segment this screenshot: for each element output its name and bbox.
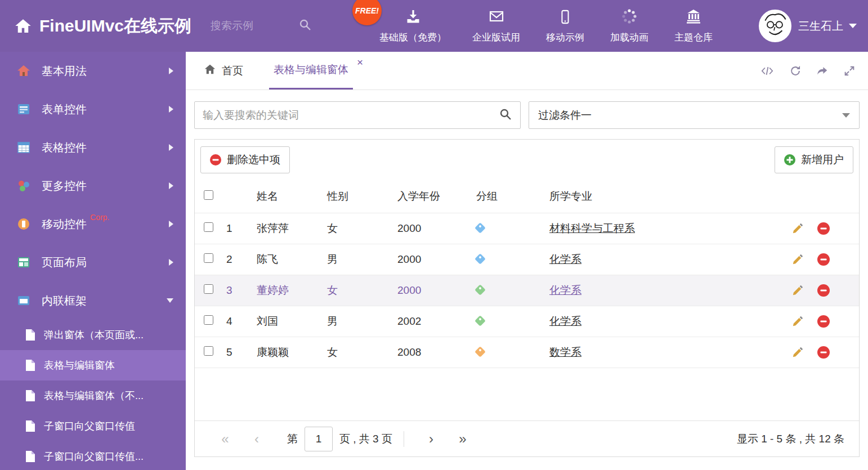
tab-home[interactable]: 首页: [204, 63, 243, 78]
table-row[interactable]: 1 张萍萍 女 2000 材料科学与工程系: [195, 213, 859, 244]
tag-icon[interactable]: [475, 346, 486, 357]
edit-icon[interactable]: [791, 284, 804, 297]
sidebar-item-more-controls[interactable]: 更多控件: [0, 167, 186, 205]
column-group: 分组: [476, 180, 549, 213]
row-checkbox[interactable]: [204, 315, 213, 325]
delete-icon[interactable]: [817, 222, 830, 235]
menu-enterprise-trial[interactable]: 企业版试用: [472, 8, 520, 44]
major-link[interactable]: 化学系: [549, 284, 581, 296]
page-input[interactable]: [305, 427, 333, 451]
edit-icon[interactable]: [791, 253, 804, 266]
home-icon: [204, 63, 216, 78]
chevron-right-icon: [169, 182, 173, 189]
select-all-checkbox[interactable]: [204, 190, 213, 200]
row-number: 2: [226, 244, 257, 275]
tab-label: 首页: [222, 64, 243, 78]
refresh-icon[interactable]: [789, 65, 802, 77]
row-checkbox[interactable]: [204, 284, 213, 294]
cell-year: 2000: [397, 213, 476, 244]
pagination-divider: [404, 431, 404, 447]
keyword-search-input[interactable]: [203, 109, 499, 122]
user-menu[interactable]: 三生石上: [759, 10, 857, 42]
tag-icon[interactable]: [475, 284, 486, 296]
expand-icon[interactable]: [843, 65, 856, 77]
search-icon[interactable]: [298, 18, 312, 34]
sidebar-item-form-controls[interactable]: 表单控件: [0, 90, 186, 128]
menu-loading-animation[interactable]: 加载动画: [610, 8, 648, 44]
search-icon[interactable]: [499, 108, 512, 123]
spinner-icon: [621, 8, 637, 27]
major-link[interactable]: 化学系: [549, 315, 581, 327]
cell-gender: 男: [327, 306, 397, 337]
filter-dropdown[interactable]: 过滤条件一: [529, 101, 860, 129]
file-icon: [26, 329, 35, 341]
table-row[interactable]: 3 董婷婷 女 2000 化学系: [195, 275, 859, 306]
menu-theme-repo[interactable]: 主题仓库: [674, 8, 713, 44]
row-checkbox[interactable]: [204, 346, 213, 356]
column-gender: 性别: [327, 180, 397, 213]
code-icon[interactable]: [760, 65, 775, 77]
tag-icon[interactable]: [475, 315, 486, 326]
major-link[interactable]: 数学系: [549, 346, 581, 358]
filter-row: 过滤条件一: [194, 101, 860, 129]
sidebar-item-basic-usage[interactable]: 基本用法: [0, 52, 186, 90]
add-user-button[interactable]: 新增用户: [775, 146, 853, 173]
tag-icon[interactable]: [475, 222, 486, 234]
sidebar-item-mobile-controls[interactable]: 移动控件 Corp.: [0, 205, 186, 243]
sidebar-item-iframe[interactable]: 内联框架: [0, 281, 186, 320]
sidebar-subitem-child-to-parent-2[interactable]: 子窗口向父窗口传值...: [0, 441, 186, 470]
prev-page-button[interactable]: ‹: [241, 431, 272, 447]
cell-year: 2000: [397, 244, 476, 275]
row-checkbox[interactable]: [204, 222, 213, 232]
file-icon: [26, 390, 35, 401]
home-icon[interactable]: [15, 17, 32, 34]
delete-icon[interactable]: [817, 346, 830, 359]
cell-year: 2000: [397, 275, 476, 306]
menu-mobile-examples[interactable]: 移动示例: [546, 10, 584, 44]
sidebar-subitem-grid-edit-window[interactable]: 表格与编辑窗体: [0, 350, 186, 381]
header-search-input[interactable]: [211, 20, 295, 32]
row-checkbox[interactable]: [204, 253, 213, 263]
first-page-button[interactable]: «: [209, 431, 241, 447]
column-row-number: [226, 180, 257, 213]
home-icon: [17, 64, 30, 78]
sidebar-item-label: 表单控件: [42, 102, 87, 117]
delete-selected-button[interactable]: 删除选中项: [200, 146, 290, 173]
sidebar-subitem-popup-window[interactable]: 弹出窗体（本页面或...: [0, 320, 186, 350]
chevron-right-icon: [169, 259, 173, 266]
delete-icon[interactable]: [817, 315, 830, 328]
share-icon[interactable]: [816, 65, 829, 77]
header-menu: FREE! 基础版（免费） 企业版试用 移动示例: [379, 8, 713, 44]
next-page-button[interactable]: ›: [415, 431, 447, 447]
delete-icon[interactable]: [817, 253, 830, 266]
tab-grid-edit-window[interactable]: 表格与编辑窗体 ×: [269, 52, 353, 89]
chevron-right-icon: [169, 106, 173, 113]
plus-circle-icon: [784, 154, 795, 165]
page-suffix-label: 页 , 共 3 页: [339, 432, 392, 446]
edit-icon[interactable]: [791, 315, 804, 328]
sidebar-subitem-child-to-parent[interactable]: 子窗口向父窗口传值: [0, 411, 186, 441]
sidebar-item-grid-controls[interactable]: 表格控件: [0, 128, 186, 167]
edit-icon[interactable]: [791, 222, 804, 235]
layout-icon: [17, 256, 30, 269]
menu-item-label: 加载动画: [610, 31, 648, 44]
table-row[interactable]: 4 刘国 男 2002 化学系: [195, 306, 859, 337]
tag-icon[interactable]: [475, 253, 486, 265]
top-header: FineUIMvc在线示例 FREE! 基础版（免费） 企业版试用 移动示例: [0, 0, 868, 52]
table-row[interactable]: 2 陈飞 男 2000 化学系: [195, 244, 859, 275]
close-icon[interactable]: ×: [357, 56, 363, 69]
menu-basic-free[interactable]: FREE! 基础版（免费）: [379, 8, 446, 44]
table-icon: [17, 141, 30, 154]
sidebar-item-page-layout[interactable]: 页面布局: [0, 243, 186, 281]
sidebar-subitem-label: 表格与编辑窗体（不...: [44, 389, 144, 402]
delete-icon[interactable]: [817, 284, 830, 297]
major-link[interactable]: 材料科学与工程系: [549, 222, 635, 234]
row-number: 1: [226, 213, 257, 244]
major-link[interactable]: 化学系: [549, 253, 581, 265]
sidebar-subitem-grid-edit-window-2[interactable]: 表格与编辑窗体（不...: [0, 381, 186, 411]
edit-icon[interactable]: [791, 346, 804, 359]
last-page-button[interactable]: »: [447, 431, 478, 447]
sidebar-subitem-label: 弹出窗体（本页面或...: [44, 328, 144, 342]
username: 三生石上: [798, 19, 843, 34]
table-row[interactable]: 5 康颖颖 女 2008 数学系: [195, 337, 859, 368]
